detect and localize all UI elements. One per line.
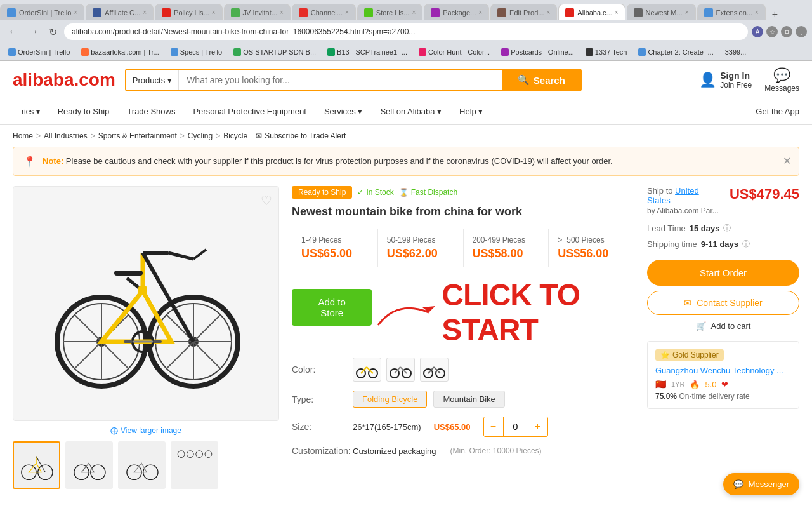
tab-close[interactable]: ×: [209, 9, 216, 16]
search-button[interactable]: 🔍 Search: [502, 70, 580, 90]
alibaba-logo[interactable]: alibaba.com: [13, 70, 115, 90]
color-swatch-3[interactable]: [420, 358, 449, 382]
nav-ready-to-ship[interactable]: Ready to Ship: [49, 99, 119, 124]
price-range-4: >=500 Pieces: [558, 236, 625, 244]
profile-icon[interactable]: A: [752, 26, 763, 37]
signin-block[interactable]: 👤 Sign In Join Free: [699, 70, 752, 90]
breadcrumb-sports[interactable]: Sports & Entertainment: [98, 131, 177, 140]
search-icon: 🔍: [518, 74, 530, 86]
nav-get-app[interactable]: Get the App: [756, 107, 799, 116]
customization-value: Customized packaging: [353, 446, 436, 456]
lead-time-info-icon[interactable]: ⓘ: [723, 223, 731, 234]
forward-button[interactable]: →: [25, 25, 42, 39]
thumbnail-2[interactable]: [65, 441, 113, 489]
breadcrumb-home[interactable]: Home: [13, 131, 33, 140]
arrow-annotation: [372, 293, 448, 331]
ship-to-country-link[interactable]: United States: [647, 186, 699, 205]
back-button[interactable]: ←: [5, 25, 22, 39]
reload-button[interactable]: ↻: [46, 25, 60, 39]
tab-channel[interactable]: Channel... ×: [292, 4, 356, 20]
header-top: alibaba.com Products ▾ 🔍 Search 👤 Sign I…: [0, 61, 812, 99]
bookmark-chapter2[interactable]: Chapter 2: Create -...: [635, 47, 716, 57]
tab-close[interactable]: ×: [409, 9, 416, 16]
bookmark-bazaar[interactable]: bazaarlokal.com | Tr...: [78, 47, 162, 57]
tab-alibaba[interactable]: Alibaba.c... ×: [558, 4, 625, 20]
tab-extension[interactable]: Extension... ×: [697, 4, 766, 20]
tab-close[interactable]: ×: [612, 9, 619, 16]
bookmark-3399[interactable]: 3399...: [722, 47, 750, 57]
messenger-button[interactable]: 💬 Messenger: [723, 473, 799, 495]
nav-ries[interactable]: ries ▾: [13, 100, 49, 124]
tab-store[interactable]: Store Lis... ×: [357, 4, 422, 20]
extension-icon[interactable]: ⚙: [781, 26, 792, 37]
thumbnail-4[interactable]: [171, 441, 218, 489]
bookmark-os[interactable]: OS STARTUP SDN B...: [230, 47, 319, 57]
site-header: alibaba.com Products ▾ 🔍 Search 👤 Sign I…: [0, 61, 812, 125]
join-free-label[interactable]: Join Free: [720, 81, 752, 90]
nav-ppe[interactable]: Personal Protective Equipment: [184, 99, 315, 124]
tab-close[interactable]: ×: [683, 9, 689, 16]
breadcrumb-bicycle[interactable]: Bicycle: [223, 131, 247, 140]
tab-close[interactable]: ×: [544, 9, 550, 16]
tab-close[interactable]: ×: [140, 9, 147, 16]
bookmark-icon[interactable]: ☆: [766, 26, 778, 37]
nav-trade-shows[interactable]: Trade Shows: [118, 99, 184, 124]
quantity-increase-button[interactable]: +: [528, 417, 547, 436]
tab-policy[interactable]: Policy Lis... ×: [155, 4, 222, 20]
type-mountain-bike[interactable]: Mountain Bike: [433, 391, 504, 408]
breadcrumb-cycling[interactable]: Cycling: [188, 131, 213, 140]
messages-icon: 💬: [773, 67, 790, 84]
add-to-cart-link[interactable]: 🛒 Add to cart: [647, 321, 799, 331]
tab-jv[interactable]: JV Invitat... ×: [224, 4, 291, 20]
price-range-3: 200-499 Pieces: [473, 236, 540, 244]
nav-services[interactable]: Services ▾: [315, 99, 371, 124]
supplier-meta: 🇨🇳 1YR 🔥 5.0 ❤: [655, 379, 791, 389]
shipping-time-value: 9-11 days: [701, 239, 738, 249]
bookmark-colorhunt[interactable]: Color Hunt - Color...: [416, 47, 493, 57]
bookmark-b13[interactable]: B13 - SCPTrainee1 -...: [324, 47, 410, 57]
tab-close[interactable]: ×: [343, 9, 349, 16]
category-select[interactable]: Products ▾: [126, 70, 179, 90]
new-tab-button[interactable]: +: [767, 9, 783, 20]
nav-help[interactable]: Help ▾: [450, 99, 492, 124]
contact-supplier-button[interactable]: ✉ Contact Supplier: [647, 291, 799, 315]
product-main-image: [44, 215, 247, 392]
tab-newest[interactable]: Newest M... ×: [627, 4, 696, 20]
tab-edit-prod[interactable]: Edit Prod... ×: [490, 4, 557, 20]
tab-close[interactable]: ×: [71, 9, 77, 16]
quantity-decrease-button[interactable]: −: [484, 417, 503, 436]
bookmark-ordersini[interactable]: OrderSini | Trello: [5, 47, 73, 57]
add-to-store-button[interactable]: Add to Store: [292, 289, 372, 326]
tab-close[interactable]: ×: [277, 9, 284, 16]
address-input[interactable]: [64, 23, 748, 40]
price-col-1: 1-49 Pieces US$65.00: [292, 229, 377, 267]
thumbnail-1[interactable]: [13, 441, 60, 489]
signin-label[interactable]: Sign In: [720, 70, 752, 81]
tab-ordersini[interactable]: OrderSini | Trello ×: [0, 4, 84, 20]
breadcrumb-all-industries[interactable]: All Industries: [44, 131, 88, 140]
shipping-time-info-icon[interactable]: ⓘ: [742, 239, 750, 250]
bookmark-specs[interactable]: Specs | Trello: [167, 47, 225, 57]
shipping-time-label: Shipping time: [647, 239, 697, 249]
tab-package[interactable]: Package... ×: [424, 4, 489, 20]
color-swatch-1[interactable]: [353, 358, 381, 382]
menu-icon[interactable]: ⋮: [796, 26, 807, 37]
messages-block[interactable]: 💬 Messages: [764, 67, 799, 93]
supplier-name[interactable]: Guangzhou Wenchu Technology ...: [655, 366, 791, 375]
notice-close-button[interactable]: ✕: [783, 155, 791, 167]
color-swatch-2[interactable]: [386, 358, 415, 382]
start-order-button[interactable]: Start Order: [647, 260, 799, 286]
type-folding-bicycle[interactable]: Folding Bicycle: [353, 391, 427, 408]
nav-sell[interactable]: Sell on Alibaba ▾: [371, 99, 450, 124]
tab-affiliate[interactable]: Affiliate C... ×: [86, 4, 154, 20]
view-larger-button[interactable]: ⨁ View larger image: [13, 426, 279, 435]
bookmark-postcards[interactable]: Postcards - Online...: [498, 47, 577, 57]
search-input[interactable]: [179, 70, 502, 90]
tab-close[interactable]: ×: [476, 9, 482, 16]
thumbnail-3[interactable]: [118, 441, 166, 489]
wishlist-icon[interactable]: ♡: [261, 193, 272, 208]
bookmark-1337[interactable]: 1337 Tech: [582, 47, 631, 57]
tab-close[interactable]: ×: [752, 9, 759, 16]
quantity-input[interactable]: [503, 417, 528, 436]
trade-alert-link[interactable]: ✉ Subscribe to Trade Alert: [256, 131, 346, 140]
